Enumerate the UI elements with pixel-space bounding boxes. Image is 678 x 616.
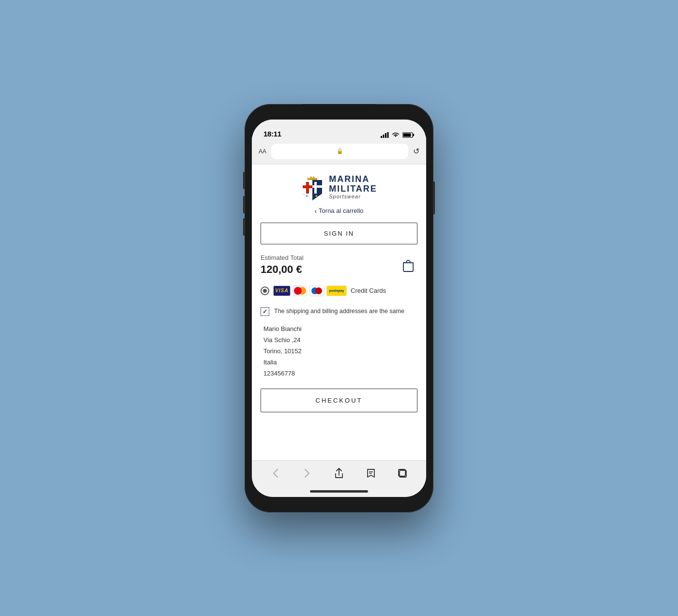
status-icons xyxy=(381,132,415,138)
mc-red-circle xyxy=(294,287,302,295)
tabs-button[interactable] xyxy=(393,464,412,483)
back-button[interactable] xyxy=(266,464,285,483)
shopping-bag-icon xyxy=(401,258,415,272)
battery-icon xyxy=(402,132,415,138)
status-bar: 18:11 xyxy=(252,120,426,141)
visa-card-badge: VISA xyxy=(273,285,291,296)
svg-rect-6 xyxy=(403,133,411,136)
total-amount: 120,00 € xyxy=(261,263,304,276)
lock-icon: 🔒 xyxy=(337,148,343,154)
svg-rect-10 xyxy=(312,185,322,188)
back-link-text: Torna al carrello xyxy=(319,207,364,214)
content-area: ✦ ✦ MARINA MILITARE Sportswear ‹ Torna a… xyxy=(252,165,426,460)
address-city: Torino, 10152 xyxy=(263,347,415,356)
svg-rect-0 xyxy=(381,136,382,138)
total-info: Estimated Total 120,00 € xyxy=(261,254,304,276)
share-button[interactable] xyxy=(329,464,349,483)
brand-militare: MILITARE xyxy=(329,184,377,194)
svg-rect-3 xyxy=(387,132,389,138)
payment-label-text: Credit Cards xyxy=(351,287,386,294)
home-indicator xyxy=(252,486,426,497)
postepay-badge: postepay xyxy=(326,285,347,296)
bag-icon-wrapper[interactable] xyxy=(399,256,417,274)
svg-rect-5 xyxy=(413,134,415,136)
back-to-cart-link[interactable]: ‹ Torna al carrello xyxy=(261,207,417,215)
payment-section[interactable]: VISA xyxy=(261,285,417,296)
address-name: Mario Bianchi xyxy=(263,325,415,333)
phone-device: 18:11 xyxy=(245,104,433,512)
signal-icon xyxy=(381,132,389,138)
shipping-label-text: The shipping and billing addresses are t… xyxy=(274,307,404,316)
svg-rect-1 xyxy=(383,135,385,138)
payment-cards: VISA xyxy=(273,285,347,296)
sign-in-button[interactable]: SIGN IN xyxy=(261,223,417,244)
mastercard-badge xyxy=(293,285,307,296)
total-section: Estimated Total 120,00 € xyxy=(261,254,417,276)
checkout-button[interactable]: CHECKOUT xyxy=(261,389,417,412)
address-country: Italia xyxy=(263,358,415,367)
url-bar[interactable]: 🔒 xyxy=(271,144,408,159)
svg-text:✦: ✦ xyxy=(315,194,318,198)
radio-inner xyxy=(263,289,267,293)
address-section: Mario Bianchi Via Schio ,24 Torino, 1015… xyxy=(261,325,417,378)
checkbox-checkmark: ✓ xyxy=(262,308,267,315)
browser-chrome: AA 🔒 ↺ xyxy=(252,141,426,165)
estimated-label: Estimated Total xyxy=(261,254,304,261)
bookmarks-button[interactable] xyxy=(361,464,381,483)
address-street: Via Schio ,24 xyxy=(263,336,415,345)
maestro-badge xyxy=(309,285,324,296)
status-time: 18:11 xyxy=(263,130,281,138)
phone-notch xyxy=(303,104,375,118)
brand-logo: ✦ ✦ MARINA MILITARE Sportswear xyxy=(261,174,417,200)
back-chevron-icon: ‹ xyxy=(314,207,317,215)
home-bar xyxy=(310,490,368,493)
crest-icon: ✦ ✦ xyxy=(301,174,324,200)
payment-radio[interactable] xyxy=(261,286,269,295)
mc-circles xyxy=(294,287,306,295)
refresh-button[interactable]: ↺ xyxy=(413,147,419,156)
svg-text:✦: ✦ xyxy=(305,194,308,198)
wifi-icon xyxy=(392,132,400,138)
svg-rect-2 xyxy=(385,133,386,138)
phone-screen: 18:11 xyxy=(252,120,426,497)
browser-toolbar xyxy=(252,460,426,486)
shipping-same-address[interactable]: ✓ The shipping and billing addresses are… xyxy=(261,307,417,316)
forward-button[interactable] xyxy=(297,464,317,483)
brand-marina: MARINA xyxy=(329,175,377,184)
shipping-checkbox[interactable]: ✓ xyxy=(261,307,269,316)
brand-sportswear: Sportswear xyxy=(329,194,377,199)
font-size-control[interactable]: AA xyxy=(259,148,266,155)
brand-name: MARINA MILITARE Sportswear xyxy=(329,175,377,200)
svg-rect-8 xyxy=(303,185,312,188)
address-phone: 123456778 xyxy=(263,369,415,378)
